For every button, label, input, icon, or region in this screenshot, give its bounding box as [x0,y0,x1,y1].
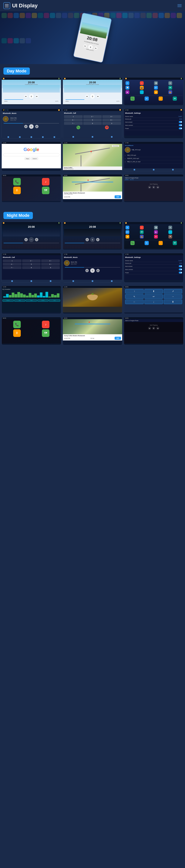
night-key-4[interactable]: 4→ [3,263,22,266]
eq-treble[interactable]: TRB [26,300,37,302]
nav-straight-arrow[interactable]: ⬆ [144,289,163,293]
hero-prev-btn[interactable]: ⏮ [83,44,87,48]
key-8[interactable]: 8 [83,122,102,125]
key-9[interactable]: 9 [102,122,121,125]
app-settings[interactable]: ⚙ [168,81,172,85]
key-7[interactable]: 7→ [64,122,83,125]
night-go-btn[interactable]: GO [114,337,121,340]
nav-down[interactable]: ↓ [144,300,163,304]
np-prev[interactable]: ⏮ [148,186,151,189]
carplay-music[interactable]: ♪ [42,178,50,186]
nav-turn-left[interactable]: ← [125,300,144,304]
app-browser[interactable]: 🌐 [140,90,144,94]
night-app-extra2[interactable]: ⚑ [168,235,172,239]
night-np-prev[interactable]: ⏮ [148,327,151,330]
next-btn-2[interactable]: ⏭ [96,95,100,98]
night-carplay-podcast[interactable]: 🎙 [13,329,21,337]
carplay-podcast[interactable]: 🎙 [13,187,21,194]
key-6[interactable]: 6→ [102,119,121,121]
key-4[interactable]: 4→ [64,119,83,121]
app-maps[interactable]: 🗺 [168,86,172,90]
night-key-8[interactable]: 8 [22,266,41,269]
google-search-bar[interactable] [3,153,59,156]
nav-turn-right[interactable]: → [164,294,182,299]
song-2[interactable]: 2 华夏年华_2022.mp3 [125,157,183,160]
app-files[interactable]: 📁 [154,90,158,94]
bt-prev[interactable]: ⏮ [24,125,28,128]
app-camera[interactable]: 📷 [140,86,144,90]
night-carplay-phone[interactable]: 📞 [13,321,21,328]
night-power-toggle[interactable] [179,272,182,274]
nav-right-arrow[interactable]: ↗ [164,289,182,293]
night-next-1[interactable]: ⏭ [35,238,38,241]
night-dock-phone[interactable]: 📞 [130,241,135,245]
night-carplay-maps[interactable]: 🗺 [42,329,50,337]
night-key-1[interactable]: 1 [3,259,22,262]
nav-u-turn[interactable]: ↩ [144,294,163,299]
app-music[interactable]: ♪ [140,81,144,85]
app-telegram[interactable]: ✈ [126,81,129,85]
night-bt-next[interactable]: ⏭ [96,269,100,272]
eq-bass[interactable]: BASS [2,300,14,302]
night-app-telegram[interactable]: ✈ [126,226,129,229]
eq-vol[interactable]: VOL [49,300,60,302]
night-waveform-btn[interactable]: 〰 [29,237,34,242]
night-app-browser[interactable]: 🌐 [168,230,172,234]
app-bt[interactable]: BT [154,86,158,90]
night-app-photos[interactable]: 🖼 [154,226,158,229]
night-connect-toggle[interactable] [179,269,182,270]
night-dock-msg[interactable]: ✉ [144,241,149,245]
dock-phone[interactable]: 📞 [130,96,135,101]
song-1[interactable]: 1 华夏_年华.mp3 [125,154,183,157]
hangup-btn[interactable]: 📵 [105,126,109,129]
song-3[interactable]: 3 华夏_年_2022_长.mp3 [125,160,183,163]
np-play[interactable]: ▶ [152,186,155,189]
key-3[interactable]: 3→ [102,115,121,118]
night-prev-2[interactable]: ⏮ [85,238,89,241]
night-key-2[interactable]: 2→ [22,259,41,262]
suggestion-1[interactable]: Maps [25,157,30,160]
key-5[interactable]: 5 [83,119,102,121]
night-app-video[interactable]: ▶ [154,230,158,234]
carplay-phone[interactable]: 📞 [13,178,21,186]
night-answer-toggle[interactable] [179,265,182,267]
carplay-maps[interactable]: 🗺 [42,187,50,194]
key-1[interactable]: 1 [64,115,83,118]
play-btn-1[interactable]: ⏸ [29,94,34,99]
night-key-5[interactable]: 5 [22,263,41,266]
night-app-radio[interactable]: 📻 [140,235,144,239]
night-next-2[interactable]: ⏭ [96,238,100,241]
auto-answer-toggle[interactable] [179,121,182,123]
go-button[interactable]: GO [114,195,121,198]
key-2[interactable]: 2→ [83,115,102,118]
np-next[interactable]: ⏭ [156,186,159,189]
night-key-3[interactable]: 3→ [41,259,60,262]
night-np-play[interactable]: ▶ [152,327,155,330]
night-play-2[interactable]: ⏸ [90,237,95,242]
night-key-6[interactable]: 6→ [41,263,60,266]
dock-music[interactable]: ♪ [159,96,163,101]
night-key-7[interactable]: 7→ [3,266,22,269]
menu-icon[interactable] [3,2,10,9]
night-app-files[interactable]: 📁 [126,235,129,239]
night-bt-prev[interactable]: ⏮ [85,269,89,272]
power-toggle[interactable] [179,127,182,129]
night-dock-music[interactable]: ♪ [159,241,163,245]
play-btn-2[interactable]: ⏸ [90,94,95,99]
prev-btn-2[interactable]: ⏮ [85,95,89,98]
dock-messages[interactable]: ✉ [144,96,149,101]
nav-exit[interactable]: ⬇ [164,300,182,304]
suggestion-2[interactable]: Search [31,157,38,160]
night-np-next[interactable]: ⏭ [156,327,159,330]
hero-next-btn[interactable]: ⏭ [94,46,98,50]
eq-mid[interactable]: MID [14,300,25,302]
night-dock-nav[interactable]: 🗺 [173,241,177,245]
eq-fade[interactable]: FADE [37,300,49,302]
dock-nav[interactable]: 🗺 [173,96,177,101]
prev-btn-1[interactable]: ⏮ [24,95,28,98]
nav-up-arrow[interactable]: ↑ [125,289,144,293]
next-btn-1[interactable]: ⏭ [35,95,38,98]
lines-icon[interactable] [178,4,182,7]
night-app-extra1[interactable]: ★ [154,235,158,239]
auto-connect-toggle[interactable] [179,124,182,126]
